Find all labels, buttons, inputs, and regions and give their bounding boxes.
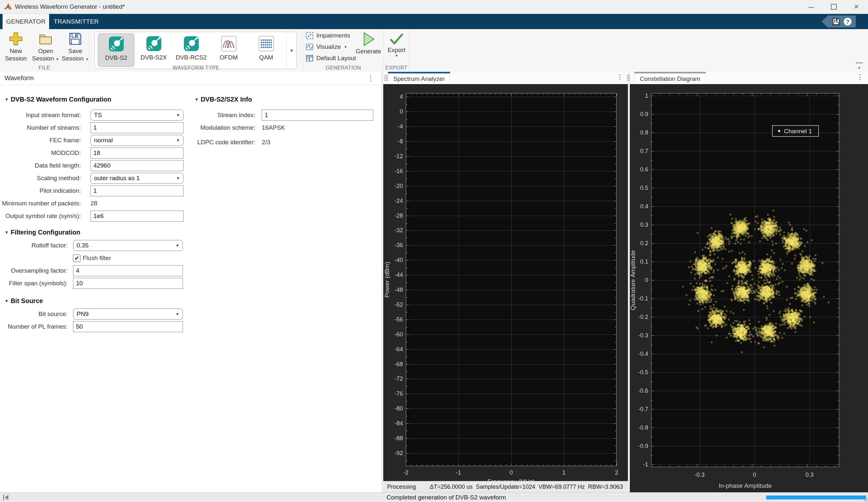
form-row: Number of PL frames: <box>0 321 187 332</box>
spectrum-status-metrics: ΔT=256.0000 us Samples/Update=1024 VBW=6… <box>430 484 623 490</box>
waveform-type-dvb-rcs2[interactable]: DVB-RCS2 <box>173 33 209 67</box>
filter-span-symbols-field[interactable] <box>73 278 183 289</box>
section-header-dvb-s2-waveform-configuration[interactable]: ▼DVB-S2 Waveform Configuration <box>0 96 187 103</box>
field-label: Filter span (symbols): <box>0 280 68 287</box>
collapse-statusbar-icon[interactable] <box>3 494 10 500</box>
new-session-button[interactable]: NewSession <box>3 31 29 63</box>
window-title: Wireless Waveform Generator - untitled* <box>15 0 125 13</box>
scaling-method-select[interactable]: outer radius as 1▼ <box>91 173 184 184</box>
tab-generator[interactable]: GENERATOR <box>3 14 49 29</box>
panel-menu-icon[interactable]: ⋮ <box>367 74 374 83</box>
minimize-button[interactable] <box>802 0 821 13</box>
waveform-type-ofdm[interactable]: OFDM <box>210 33 247 67</box>
field-label: Data field length: <box>0 162 81 169</box>
input-stream-format-select[interactable]: TS▼ <box>91 110 184 121</box>
field-label: Bit source: <box>0 311 68 318</box>
open-session-button[interactable]: OpenSession ▼ <box>33 31 58 63</box>
collapse-triangle-icon: ▼ <box>4 230 9 235</box>
waveform-panel-header: Waveform ⋮ <box>0 74 381 85</box>
output-symbol-rate-sym-s-field[interactable] <box>91 211 184 222</box>
close-button[interactable]: × <box>847 0 866 13</box>
chevron-down-icon: ▼ <box>344 45 348 49</box>
chevron-down-icon: ▼ <box>176 176 180 180</box>
progress-bar <box>766 495 866 499</box>
form-row: Data field length: <box>0 160 187 171</box>
field-label: LDPC code identifier: <box>187 139 255 146</box>
rolloff-factor-select[interactable]: 0.35▼ <box>73 240 183 251</box>
plus-icon <box>9 32 23 46</box>
ribbon-section-waveform-type: ▼ DVB-S2DVB-S2XDVB-RCS2OFDMQAM WAVEFORM … <box>89 29 303 72</box>
play-icon <box>362 32 375 47</box>
generate-button[interactable]: Generate <box>355 32 382 55</box>
maximize-button[interactable] <box>824 0 844 13</box>
ribbon-section-export: Export ▼ EXPORT <box>384 29 409 72</box>
impairments-icon <box>306 32 313 39</box>
form-row: MODCOD: <box>0 148 187 159</box>
form-row: Oversampling factor: <box>0 265 187 276</box>
oversampling-factor-field[interactable] <box>73 265 183 276</box>
select-value: TS <box>94 112 176 119</box>
status-bar: Completed generation of DVB-S2 waveform <box>0 492 868 502</box>
field-label: Modulation scheme: <box>187 124 255 131</box>
save-session-button[interactable]: SaveSession ▼ <box>63 31 88 63</box>
field-label: Input stream format: <box>0 112 81 119</box>
stream-index-field[interactable] <box>262 110 373 121</box>
form-row: LDPC code identifier:2/3 <box>187 137 378 148</box>
impairments-button[interactable]: Impairments <box>306 31 356 40</box>
spectrum-menu-icon[interactable]: ⋮ <box>616 72 623 82</box>
field-label: Pilot indication: <box>0 187 81 194</box>
fec-frame-select[interactable]: normal▼ <box>91 135 184 146</box>
tab-transmitter[interactable]: TRANSMITTER <box>49 14 103 29</box>
ribbon: NewSessionOpenSession ▼SaveSession ▼ FIL… <box>0 29 868 72</box>
toolstrip-tab-bar: GENERATOR TRANSMITTER ? <box>0 14 868 29</box>
checkbox-label: Flush filter <box>83 254 111 262</box>
export-button[interactable]: Export ▼ <box>386 32 407 58</box>
field-label: Scaling method: <box>0 175 81 182</box>
floppy-icon <box>68 32 82 46</box>
section-header-bit-source[interactable]: ▼Bit Source <box>0 297 187 305</box>
spectrum-plot[interactable] <box>383 84 628 481</box>
quick-save-icon[interactable] <box>832 18 840 26</box>
data-field-length-field[interactable] <box>91 160 184 171</box>
number-of-streams-field[interactable] <box>91 122 184 133</box>
visualize-button[interactable]: Visualize▼ <box>306 42 356 51</box>
ldpc-code-identifier-value: 2/3 <box>262 139 270 146</box>
field-label: Minimum number of packets: <box>0 200 81 207</box>
form-row: Rolloff factor:0.35▼ <box>0 240 187 251</box>
checkmark-icon <box>390 33 404 45</box>
status-message: Completed generation of DVB-S2 waveform <box>386 493 506 502</box>
title-bar: Wireless Waveform Generator - untitled* … <box>0 0 868 14</box>
waveform-type-dvb-s2x[interactable]: DVB-S2X <box>135 33 172 67</box>
resize-grip[interactable] <box>863 497 867 501</box>
modulation-scheme-value: 16APSK <box>262 124 285 131</box>
satellite-icon <box>184 36 199 51</box>
constellation-header: Constellation Diagram ⋮ <box>630 72 868 84</box>
form-row: Bit source:PN9▼ <box>0 309 187 320</box>
section-header-filtering-configuration[interactable]: ▼Filtering Configuration <box>0 229 187 236</box>
waveform-type-dvb-s2[interactable]: DVB-S2 <box>98 33 134 67</box>
layout-icon <box>306 54 313 62</box>
waveform-type-gallery: ▼ DVB-S2DVB-S2XDVB-RCS2OFDMQAM <box>94 32 297 69</box>
constellation-menu-icon[interactable]: ⋮ <box>856 72 864 82</box>
waveform-type-qam[interactable]: QAM <box>248 33 285 67</box>
modcod-field[interactable] <box>91 148 184 159</box>
constellation-plot[interactable] <box>630 84 868 492</box>
pilot-indication-field[interactable] <box>91 185 184 196</box>
form-row: Input stream format:TS▼ <box>0 110 187 121</box>
ribbon-section-generation: ImpairmentsVisualize▼Default Layout Gene… <box>303 29 384 72</box>
help-icon[interactable]: ? <box>844 18 852 26</box>
field-label: Rolloff factor: <box>0 242 68 249</box>
gallery-dropdown-icon[interactable]: ▼ <box>290 48 294 53</box>
bit-source-select[interactable]: PN9▼ <box>73 309 183 320</box>
field-label: MODCOD: <box>0 149 81 157</box>
section-header-dvb-s2-s2x-info[interactable]: ▼DVB-S2/S2X Info <box>187 96 378 103</box>
number-of-pl-frames-field[interactable] <box>73 321 183 332</box>
collapse-ribbon-button[interactable]: ▲ <box>856 62 863 70</box>
default-layout-button[interactable]: Default Layout <box>306 54 356 62</box>
chevron-down-icon: ▼ <box>55 57 59 61</box>
ribbon-section-file: NewSessionOpenSession ▼SaveSession ▼ FIL… <box>0 29 89 72</box>
field-label: Number of streams: <box>0 124 81 131</box>
tab-spectrum-analyzer[interactable]: Spectrum Analyzer <box>388 72 450 84</box>
flush-filter-checkbox[interactable]: ✔ <box>73 254 81 262</box>
tab-constellation-diagram[interactable]: Constellation Diagram <box>634 72 706 84</box>
